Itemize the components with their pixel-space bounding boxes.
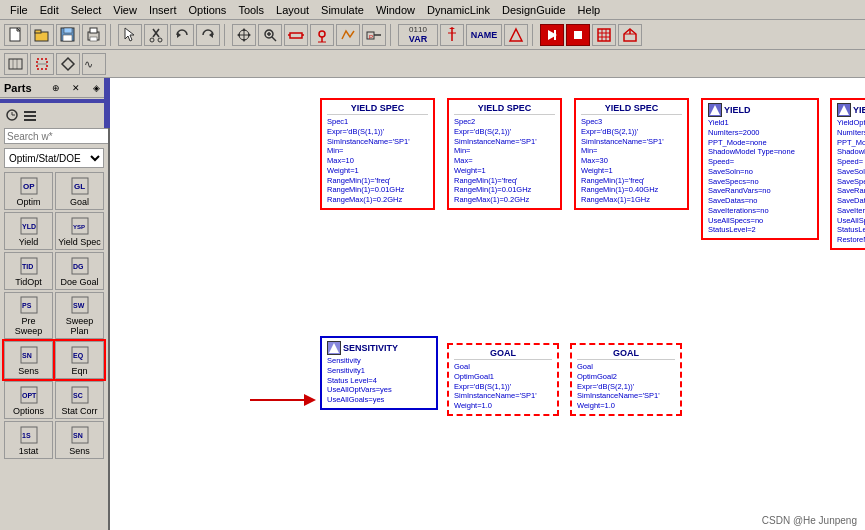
part-sweepplan[interactable]: SW Sweep Plan — [55, 292, 104, 339]
node-yield-optim-1[interactable]: YIELD OPTIM YieldOpt1NumIters=50PPT_Mode… — [830, 98, 865, 250]
search-list-icon[interactable] — [22, 107, 38, 123]
tb2-btn2[interactable] — [30, 53, 54, 75]
node-fields-goal-1: GoalOptimGoal1Expr='dB(S(1,1))'SimInstan… — [454, 362, 552, 411]
tb2-btn3[interactable] — [56, 53, 80, 75]
ground-button[interactable] — [310, 24, 334, 46]
parts-icon-close[interactable]: ✕ — [68, 80, 84, 96]
menu-insert[interactable]: Insert — [143, 3, 183, 17]
svg-text:PS: PS — [22, 302, 32, 309]
simulate-button[interactable] — [540, 24, 564, 46]
node-goal-1[interactable]: GOAL GoalOptimGoal1Expr='dB(S(1,1))'SimI… — [447, 343, 559, 416]
new-button[interactable] — [4, 24, 28, 46]
sidebar: Parts ⊕ ✕ ◈ ▼ Optim/Stat/DOE — [0, 78, 110, 530]
toolbar2: ∿ — [0, 50, 865, 78]
menu-window[interactable]: Window — [370, 3, 421, 17]
part-optim[interactable]: OP Optim — [4, 172, 53, 210]
part-presweep[interactable]: PS Pre Sweep — [4, 292, 53, 339]
print-button[interactable] — [82, 24, 106, 46]
probe-button[interactable] — [440, 24, 464, 46]
node-fields-yield-1: Yield1NumIters=2000PPT_Mode=noneShadowMo… — [708, 118, 812, 235]
yield-label: Yield — [19, 237, 39, 247]
results-button[interactable] — [618, 24, 642, 46]
zoom-in-button[interactable] — [258, 24, 282, 46]
node-fields-yield-spec-2: Spec2Expr='dB(S(2,1))'SimInstanceName='S… — [454, 117, 555, 205]
stop-button[interactable] — [566, 24, 590, 46]
node-yield-spec-3[interactable]: YIELD SPEC Spec3Expr='dB(S(2,1))'SimInst… — [574, 98, 689, 210]
svg-marker-15 — [177, 32, 181, 38]
svg-rect-66 — [24, 119, 36, 121]
sens2-icon: SN — [70, 425, 90, 445]
part-yieldspec[interactable]: YSP Yield Spec — [55, 212, 104, 250]
menu-dynamiclink[interactable]: DynamicLink — [421, 3, 496, 17]
toolbar1: P 0110 VAR NAME — [0, 20, 865, 50]
yieldspec-icon: YSP — [70, 216, 90, 236]
part-stat2[interactable]: 1S 1stat — [4, 421, 53, 459]
marker-button[interactable] — [592, 24, 616, 46]
tb2-btn1[interactable] — [4, 53, 28, 75]
move-button[interactable] — [232, 24, 256, 46]
svg-point-13 — [150, 38, 154, 42]
name-button[interactable]: NAME — [466, 24, 502, 46]
component-button[interactable] — [284, 24, 308, 46]
category-select[interactable]: Optim/Stat/DOE — [4, 148, 104, 168]
menu-options[interactable]: Options — [182, 3, 232, 17]
node-sensitivity-1[interactable]: SENSITIVITY SensitivitySensitivity1Statu… — [320, 336, 438, 410]
menu-tools[interactable]: Tools — [232, 3, 270, 17]
svg-marker-20 — [242, 28, 246, 31]
search-input[interactable] — [4, 128, 110, 144]
node-yield-optim-header: YIELD OPTIM — [837, 103, 865, 117]
open-button[interactable] — [30, 24, 54, 46]
part-sens[interactable]: SN Sens — [4, 341, 53, 379]
var-button[interactable]: 0110 VAR — [398, 24, 438, 46]
part-sens2[interactable]: SN Sens — [55, 421, 104, 459]
pointer-button[interactable] — [118, 24, 142, 46]
svg-rect-8 — [90, 28, 97, 33]
port-button[interactable]: P — [362, 24, 386, 46]
node-fields-yield-optim-1: YieldOpt1NumIters=50PPT_Mode=noneShadowM… — [837, 118, 865, 245]
menu-simulate[interactable]: Simulate — [315, 3, 370, 17]
save-button[interactable] — [56, 24, 80, 46]
part-statcorr[interactable]: SC Stat Corr — [55, 381, 104, 419]
menu-edit[interactable]: Edit — [34, 3, 65, 17]
presweep-label: Pre Sweep — [7, 316, 50, 336]
svg-point-31 — [319, 31, 325, 37]
node-title-sensitivity-1: SENSITIVITY — [343, 343, 398, 353]
snap-button[interactable] — [504, 24, 528, 46]
svg-text:GL: GL — [74, 182, 85, 191]
node-fields-yield-spec-1: Spec1Expr='dB(S(1,1))'SimInstanceName='S… — [327, 117, 428, 205]
part-doesgoal[interactable]: DG Doe Goal — [55, 252, 104, 290]
part-yield[interactable]: YLD Yield — [4, 212, 53, 250]
sweepplan-icon: SW — [70, 295, 90, 315]
node-yield-spec-1[interactable]: YIELD SPEC Spec1Expr='dB(S(1,1))'SimInst… — [320, 98, 435, 210]
menu-help[interactable]: Help — [572, 3, 607, 17]
parts-icon-refresh[interactable]: ⊕ — [48, 80, 64, 96]
stat2-label: 1stat — [19, 446, 39, 456]
wire-button[interactable] — [336, 24, 360, 46]
undo-button[interactable] — [170, 24, 194, 46]
goal-label: Goal — [70, 197, 89, 207]
menu-view[interactable]: View — [107, 3, 143, 17]
svg-marker-23 — [248, 33, 251, 37]
parts-header: Parts ⊕ ✕ ◈ — [0, 78, 108, 98]
svg-text:SW: SW — [73, 302, 85, 309]
part-tidopt[interactable]: TID TidOpt — [4, 252, 53, 290]
search-input-row: ▼ — [0, 126, 108, 146]
menu-designguide[interactable]: DesignGuide — [496, 3, 572, 17]
parts-icon-pin[interactable]: ◈ — [88, 80, 104, 96]
redo-button[interactable] — [196, 24, 220, 46]
menu-layout[interactable]: Layout — [270, 3, 315, 17]
node-yield-spec-2[interactable]: YIELD SPEC Spec2Expr='dB(S(2,1))'SimInst… — [447, 98, 562, 210]
svg-text:YSP: YSP — [73, 224, 85, 230]
cut-button[interactable] — [144, 24, 168, 46]
part-goal[interactable]: GL Goal — [55, 172, 104, 210]
node-title-yield-1: YIELD — [724, 105, 751, 115]
part-options[interactable]: OPT Options — [4, 381, 53, 419]
part-eqn[interactable]: EQ Eqn — [55, 341, 104, 379]
node-goal-2[interactable]: GOAL GoalOptimGoal2Expr='dB(S(2,1))'SimI… — [570, 343, 682, 416]
menu-select[interactable]: Select — [65, 3, 108, 17]
search-clock-icon[interactable] — [4, 107, 20, 123]
tb2-btn4[interactable]: ∿ — [82, 53, 106, 75]
menu-file[interactable]: File — [4, 3, 34, 17]
canvas-area[interactable]: YIELD SPEC Spec1Expr='dB(S(1,1))'SimInst… — [110, 78, 865, 530]
node-yield-1[interactable]: YIELD Yield1NumIters=2000PPT_Mode=noneSh… — [701, 98, 819, 240]
